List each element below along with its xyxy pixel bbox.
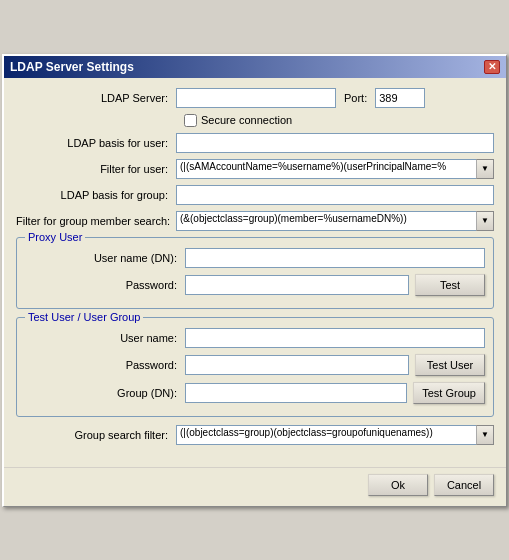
group-search-dropdown-btn[interactable]: ▼ [476, 425, 494, 445]
group-search-combo: (|(objectclass=group)(objectclass=groupo… [176, 425, 494, 445]
proxy-username-row: User name (DN): [25, 248, 485, 268]
secure-connection-row: Secure connection [184, 114, 494, 127]
bottom-bar: Ok Cancel [4, 467, 506, 506]
ldap-basis-user-input[interactable] [176, 133, 494, 153]
filter-group-dropdown-btn[interactable]: ▼ [476, 211, 494, 231]
test-group-input[interactable] [185, 383, 407, 403]
filter-user-row: Filter for user: (|(sAMAccountName=%user… [16, 159, 494, 179]
proxy-password-label: Password: [25, 279, 185, 291]
test-password-row-inner: Test User [185, 354, 485, 376]
close-button[interactable]: ✕ [484, 60, 500, 74]
form-content: LDAP Server: Port: Secure connection LDA… [4, 78, 506, 461]
proxy-password-row-inner: Test [185, 274, 485, 296]
filter-user-label: Filter for user: [16, 163, 176, 175]
filter-user-value[interactable]: (|(sAMAccountName=%username%)(userPrinci… [176, 159, 494, 179]
group-search-row: Group search filter: (|(objectclass=grou… [16, 425, 494, 445]
proxy-password-input[interactable] [185, 275, 409, 295]
test-password-input[interactable] [185, 355, 409, 375]
test-password-label: Password: [25, 359, 185, 371]
test-user-section-label: Test User / User Group [25, 311, 143, 323]
port-input[interactable] [375, 88, 425, 108]
filter-group-label: Filter for group member search: [16, 215, 176, 227]
titlebar: LDAP Server Settings ✕ [4, 56, 506, 78]
cancel-button[interactable]: Cancel [434, 474, 494, 496]
ldap-basis-user-label: LDAP basis for user: [16, 137, 176, 149]
ldap-settings-window: LDAP Server Settings ✕ LDAP Server: Port… [2, 54, 507, 507]
test-button[interactable]: Test [415, 274, 485, 296]
proxy-user-section-label: Proxy User [25, 231, 85, 243]
proxy-user-section: Proxy User User name (DN): Password: Tes… [16, 237, 494, 309]
test-username-input[interactable] [185, 328, 485, 348]
test-group-label: Group (DN): [25, 387, 185, 399]
test-group-button[interactable]: Test Group [413, 382, 485, 404]
ldap-server-row: LDAP Server: Port: [16, 88, 494, 108]
ldap-basis-user-row: LDAP basis for user: [16, 133, 494, 153]
test-group-row-inner: Test Group [185, 382, 485, 404]
test-password-row: Password: Test User [25, 354, 485, 376]
secure-connection-label: Secure connection [201, 114, 292, 126]
ldap-basis-group-label: LDAP basis for group: [16, 189, 176, 201]
port-label: Port: [344, 92, 367, 104]
group-search-label: Group search filter: [16, 429, 176, 441]
filter-group-value[interactable]: (&(objectclass=group)(member=%usernameDN… [176, 211, 494, 231]
proxy-user-content: User name (DN): Password: Test [25, 248, 485, 296]
ldap-basis-group-input[interactable] [176, 185, 494, 205]
proxy-username-label: User name (DN): [25, 252, 185, 264]
ok-button[interactable]: Ok [368, 474, 428, 496]
test-username-row: User name: [25, 328, 485, 348]
ldap-server-label: LDAP Server: [16, 92, 176, 104]
proxy-username-input[interactable] [185, 248, 485, 268]
test-username-label: User name: [25, 332, 185, 344]
test-user-content: User name: Password: Test User Group (DN… [25, 328, 485, 404]
secure-connection-checkbox[interactable] [184, 114, 197, 127]
proxy-password-row: Password: Test [25, 274, 485, 296]
window-title: LDAP Server Settings [10, 60, 134, 74]
filter-group-combo: (&(objectclass=group)(member=%usernameDN… [176, 211, 494, 231]
filter-user-combo: (|(sAMAccountName=%username%)(userPrinci… [176, 159, 494, 179]
group-search-value[interactable]: (|(objectclass=group)(objectclass=groupo… [176, 425, 494, 445]
test-user-button[interactable]: Test User [415, 354, 485, 376]
filter-user-dropdown-btn[interactable]: ▼ [476, 159, 494, 179]
ldap-server-input[interactable] [176, 88, 336, 108]
server-row: Port: [176, 88, 494, 108]
titlebar-title: LDAP Server Settings [10, 60, 134, 74]
ldap-basis-group-row: LDAP basis for group: [16, 185, 494, 205]
test-group-row: Group (DN): Test Group [25, 382, 485, 404]
filter-group-row: Filter for group member search: (&(objec… [16, 211, 494, 231]
test-user-section: Test User / User Group User name: Passwo… [16, 317, 494, 417]
